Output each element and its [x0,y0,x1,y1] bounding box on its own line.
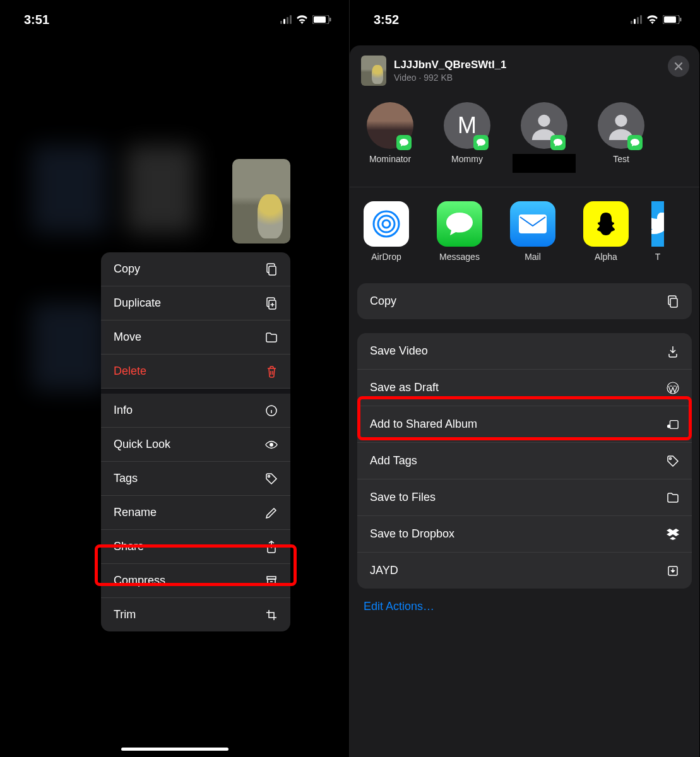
video-thumbnail[interactable] [232,159,290,244]
svg-rect-1 [314,16,326,23]
status-bar: 3:52 [350,0,699,32]
pencil-icon [265,507,278,519]
battery-icon [663,13,682,27]
menu-label: Rename [114,506,157,519]
app-alpha[interactable]: Alpha [578,201,634,262]
cellular-icon [631,15,642,24]
context-menu: Copy Duplicate Move Delete Info Quick Lo… [101,252,290,631]
apps-row: AirDrop Messages Mail Alpha T [350,187,699,276]
twitter-icon [651,201,664,247]
app-label: T [655,252,661,262]
contact-mominator[interactable]: Mominator [359,102,422,173]
status-time: 3:51 [24,13,49,27]
action-label: Copy [370,295,396,308]
action-add-tags[interactable]: Add Tags [357,443,692,479]
action-label: Add Tags [370,454,417,467]
action-label: Save to Files [370,491,436,504]
status-bar: 3:51 [0,0,349,32]
menu-label: Copy [114,262,140,276]
svg-rect-12 [680,18,682,21]
svg-point-7 [268,475,270,477]
svg-point-6 [270,443,273,446]
menu-tags[interactable]: Tags [101,462,290,496]
action-save-video[interactable]: Save Video [357,333,692,370]
archive-icon [265,575,278,587]
eye-icon [265,438,278,451]
svg-point-16 [378,216,394,232]
home-indicator[interactable] [121,748,228,751]
menu-label: Quick Look [114,438,170,451]
wifi-icon [295,13,309,27]
action-label: Save to Dropbox [370,527,454,541]
app-label: Alpha [595,252,617,262]
edit-actions-link[interactable]: Edit Actions… [350,589,699,625]
action-label: Save Video [370,344,428,358]
close-button[interactable] [668,56,689,77]
status-icons [280,13,331,27]
action-copy[interactable]: Copy [357,283,692,319]
action-shared-album[interactable]: Add to Shared Album [357,406,692,443]
menu-delete[interactable]: Delete [101,355,290,389]
action-save-files[interactable]: Save to Files [357,479,692,516]
menu-label: Move [114,331,141,344]
folder-icon [667,491,679,504]
menu-trim[interactable]: Trim [101,598,290,631]
snapchat-icon [583,201,629,247]
download-icon [667,345,679,358]
messages-badge-icon [627,135,643,150]
menu-duplicate[interactable]: Duplicate [101,286,290,320]
share-sheet: LJJJbnV_QBreSWtI_1 Video · 992 KB Momina… [350,45,699,757]
action-save-draft[interactable]: Save as Draft [357,370,692,406]
screen-share-sheet: 3:52 LJJJbnV_QBreSWtI_1 Video · 992 KB [350,0,699,757]
menu-share[interactable]: Share [101,530,290,564]
svg-rect-21 [670,420,678,428]
app-twitter[interactable]: T [651,201,664,262]
contact-redacted[interactable] [513,102,576,173]
menu-info[interactable]: Info [101,394,290,428]
wifi-icon [646,13,659,27]
action-label: Add to Shared Album [370,418,477,431]
menu-move[interactable]: Move [101,320,290,355]
wordpress-icon [667,382,679,394]
contact-name: Test [613,154,629,164]
download-box-icon [667,565,679,577]
copy-icon [265,263,278,276]
crop-icon [265,609,278,621]
svg-rect-9 [268,579,275,585]
action-label: JAYD [370,564,398,577]
shared-album-icon [667,418,679,431]
trash-icon [265,365,278,378]
action-dropbox[interactable]: Save to Dropbox [357,516,692,553]
menu-label: Delete [114,365,146,378]
actions-list-2: Save Video Save as Draft Add to Shared A… [357,333,692,589]
file-meta: Video · 992 KB [394,73,507,83]
contact-test[interactable]: Test [590,102,653,173]
menu-label: Trim [114,608,136,621]
menu-label: Info [114,404,133,417]
svg-rect-18 [519,214,547,233]
status-time: 3:52 [374,13,399,27]
folder-icon [265,331,278,344]
menu-label: Duplicate [114,296,161,310]
file-thumbnail [361,56,386,86]
svg-point-22 [667,425,670,428]
airdrop-icon [364,201,409,247]
menu-compress[interactable]: Compress [101,564,290,598]
menu-copy[interactable]: Copy [101,252,290,286]
svg-rect-2 [329,18,331,21]
svg-point-13 [538,115,550,127]
svg-rect-11 [664,16,676,23]
menu-label: Share [114,540,144,553]
action-jayd[interactable]: JAYD [357,553,692,589]
contact-mommy[interactable]: M Mommy [436,102,499,173]
actions-list-1: Copy [357,283,692,319]
app-messages[interactable]: Messages [432,201,487,262]
svg-rect-3 [269,266,276,275]
tag-icon [265,472,278,485]
app-airdrop[interactable]: AirDrop [359,201,414,262]
messages-icon [437,201,482,247]
cellular-icon [280,15,292,24]
app-mail[interactable]: Mail [505,201,561,262]
menu-rename[interactable]: Rename [101,496,290,530]
menu-quicklook[interactable]: Quick Look [101,428,290,462]
